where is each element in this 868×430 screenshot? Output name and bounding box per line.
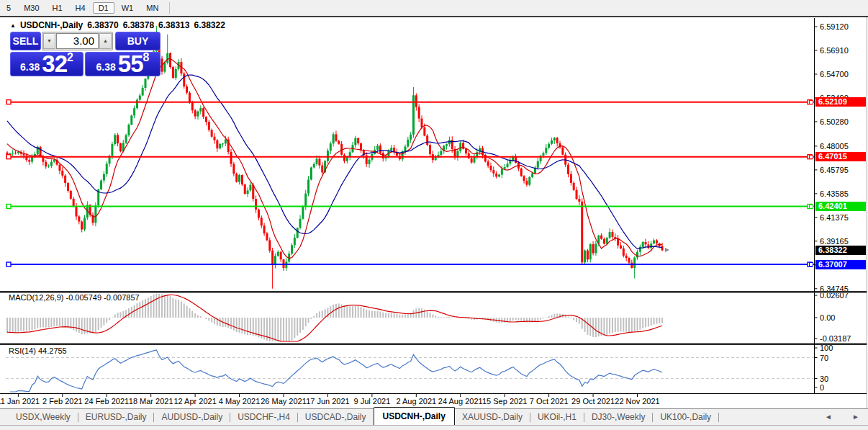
timeframe-button-mn[interactable]: MN	[140, 2, 164, 14]
chart-symbol-title: USDCNH-,Daily	[20, 20, 83, 30]
collapse-quote-panel-icon[interactable]: ▲	[10, 22, 16, 29]
trading-platform-window: 5M30H1H4D1W1MN ▲ USDCNH-,Daily 6.38370 6…	[0, 0, 868, 430]
rsi-axis-label: 0	[820, 383, 824, 392]
buy-price-point: 8	[143, 53, 150, 62]
price-axis-label: 6.41375	[820, 213, 849, 222]
price-axis-label: 6.50280	[820, 117, 849, 126]
price-line-tag-handle[interactable]	[809, 205, 813, 209]
timeframe-button-h1[interactable]: H1	[47, 2, 68, 14]
buy-price-display[interactable]: 6.38 55 8	[85, 52, 161, 76]
tab-usdchf-h4[interactable]: USDCHF-,H4	[230, 409, 297, 425]
price-line-tag-handle[interactable]	[809, 262, 813, 266]
price-axis-label: 6.54700	[820, 70, 849, 79]
tab-usdcnh-daily[interactable]: USDCNH-,Daily	[374, 407, 455, 425]
price-axis-label: 6.48005	[820, 142, 849, 151]
price-axis-label: 6.39165	[820, 237, 849, 246]
ohlc-close: 6.38322	[194, 20, 225, 30]
buy-button[interactable]: BUY	[115, 32, 161, 50]
macd-values: -0.005749 -0.007857	[65, 293, 139, 302]
toolbar-separator	[169, 2, 170, 14]
timeframe-button-w1[interactable]: W1	[116, 2, 140, 14]
sell-price-point: 2	[67, 53, 73, 62]
tab-dj30-weekly[interactable]: DJ30-,Weekly	[584, 409, 652, 425]
ohlc-high: 6.38378	[123, 20, 154, 30]
tabs-scroll-left-icon[interactable]: ◄	[825, 413, 832, 421]
sell-price-prefix: 6.38	[20, 60, 40, 74]
tab-eurusd-daily[interactable]: EURUSD-,Daily	[78, 409, 154, 425]
price-axis-label: 6.45795	[820, 166, 849, 174]
macd-name: MACD(12,26,9)	[9, 293, 63, 302]
sell-button[interactable]: SELL	[10, 32, 41, 50]
tab-usdx-weekly[interactable]: USDX,Weekly	[9, 409, 78, 425]
tab-ukoil-h1[interactable]: UKOil-,H1	[530, 409, 584, 425]
ohlc-open: 6.38370	[87, 20, 118, 30]
symbol-tab-bar: USDX,WeeklyEURUSD-,DailyAUDUSD-,DailyUSD…	[0, 408, 868, 425]
volume-stepper: ▼ 3.00 ▲	[42, 32, 113, 50]
current-price-tag: 6.38322	[815, 246, 866, 255]
tab-usdcad-daily[interactable]: USDCAD-,Daily	[298, 409, 374, 425]
buy-price-pips: 55	[118, 54, 143, 74]
timeframe-button-h4[interactable]: H4	[70, 2, 91, 14]
rsi-axis-label: 30	[820, 375, 828, 383]
price-axis-label: 6.59120	[820, 22, 849, 31]
timeframe-button-5[interactable]: 5	[1, 2, 17, 14]
macd-indicator-label: MACD(12,26,9) -0.005749 -0.007857	[9, 293, 140, 302]
status-strip	[0, 425, 868, 430]
price-line-tag[interactable]: 6.47015	[815, 152, 866, 161]
sell-price-pips: 32	[42, 54, 67, 74]
date-axis-label: 22 Nov 2021	[605, 397, 670, 406]
macd-axis-label: 0.00	[820, 313, 835, 322]
price-line-tag[interactable]: 6.42401	[815, 202, 866, 211]
macd-axis-label: 0.02607	[820, 291, 849, 300]
chart-title-row: ▲ USDCNH-,Daily 6.38370 6.38378 6.38313 …	[10, 20, 225, 30]
tab-uk100-daily[interactable]: UK100-,Daily	[653, 409, 718, 425]
tab-xauusd-daily[interactable]: XAUUSD-,Daily	[455, 409, 530, 425]
timeframe-toolbar: 5M30H1H4D1W1MN	[0, 0, 868, 17]
rsi-axis-label: 100	[820, 344, 833, 352]
ohlc-low: 6.38313	[158, 20, 189, 30]
timeframe-button-m30[interactable]: M30	[18, 2, 45, 14]
rsi-value: 44.2755	[38, 346, 67, 355]
price-line-tag[interactable]: 6.52109	[815, 97, 866, 107]
rsi-name: RSI(14)	[9, 346, 36, 355]
rsi-indicator-label: RSI(14) 44.2755	[9, 346, 67, 355]
tab-audusd-daily[interactable]: AUDUSD-,Daily	[154, 409, 230, 425]
sell-price-display[interactable]: 6.38 32 2	[10, 52, 83, 76]
tabs-scroll-right-icon[interactable]: ►	[852, 413, 859, 421]
rsi-axis-label: 70	[820, 354, 828, 362]
tab-separator	[718, 413, 719, 422]
buy-price-prefix: 6.38	[96, 60, 116, 74]
price-axis-label: 6.43585	[820, 189, 849, 198]
volume-input[interactable]: 3.00	[56, 33, 99, 49]
price-line-tag[interactable]: 6.37007	[815, 260, 866, 269]
price-line-tag-handle[interactable]	[809, 100, 813, 104]
timeframe-button-d1[interactable]: D1	[93, 2, 114, 14]
volume-increase-button[interactable]: ▲	[99, 33, 112, 49]
macd-axis-label: -0.03187	[820, 334, 851, 343]
price-line-tag-handle[interactable]	[809, 155, 813, 159]
volume-decrease-button[interactable]: ▼	[43, 33, 55, 49]
price-axis-label: 6.56910	[820, 46, 849, 55]
one-click-trading-panel: SELL ▼ 3.00 ▲ BUY 6.38 32 2 6.38 55 8	[10, 32, 161, 76]
